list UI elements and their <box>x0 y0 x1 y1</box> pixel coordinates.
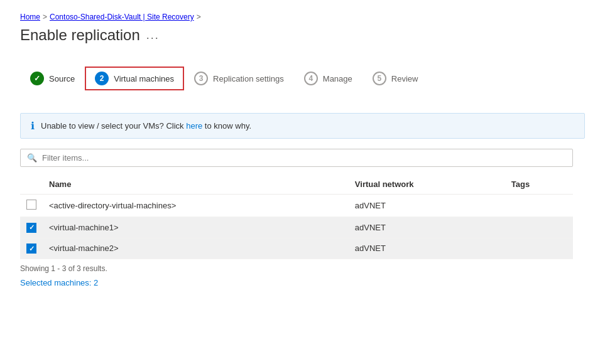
step-replication-circle: 3 <box>194 72 208 85</box>
row-tags <box>505 217 573 238</box>
table-row: <active-directory-virtual-machines>adVNE… <box>20 195 573 217</box>
step-review-circle: 5 <box>373 72 386 85</box>
row-virtual-network: adVNET <box>349 195 505 217</box>
row-vm-name: <active-directory-virtual-machines> <box>43 195 349 217</box>
row-checkbox-cell <box>20 195 43 217</box>
search-icon: 🔍 <box>27 153 37 163</box>
row-checkbox[interactable] <box>26 244 36 254</box>
step-manage[interactable]: 4 Manage <box>294 67 362 90</box>
step-source[interactable]: ✓ Source <box>20 67 85 90</box>
col-tags-header: Tags <box>505 174 573 195</box>
breadcrumb-sep1: > <box>43 13 47 21</box>
breadcrumb-sep2: > <box>197 13 201 21</box>
step-vm-circle: 2 <box>95 72 109 85</box>
table-header-row: Name Virtual network Tags <box>20 174 573 195</box>
row-virtual-network: adVNET <box>349 217 505 238</box>
row-tags <box>505 238 573 259</box>
info-text-after: to know why. <box>202 121 251 131</box>
breadcrumb-vault[interactable]: Contoso-Shared-Disk-Vault | Site Recover… <box>50 13 194 21</box>
filter-input[interactable] <box>42 153 566 163</box>
col-name-header: Name <box>43 174 349 195</box>
step-source-circle: ✓ <box>30 72 44 85</box>
step-replication-label: Replication settings <box>213 74 284 83</box>
row-checkbox[interactable] <box>26 200 36 210</box>
row-tags <box>505 195 573 217</box>
page-title: Enable replication <box>20 26 140 44</box>
step-source-label: Source <box>49 74 75 83</box>
vm-table: Name Virtual network Tags <active-direct… <box>20 174 573 259</box>
step-review-label: Review <box>391 74 418 83</box>
selected-label: Selected machines: <box>20 278 94 287</box>
info-text: Unable to view / select your VMs? Click … <box>41 121 251 131</box>
step-vm-label: Virtual machines <box>114 74 174 83</box>
row-vm-name: <virtual-machine1> <box>43 217 349 238</box>
selected-machines-info: Selected machines: 2 <box>20 278 585 287</box>
table-row: <virtual-machine1>adVNET <box>20 217 573 238</box>
step-manage-label: Manage <box>323 74 352 83</box>
filter-bar: 🔍 <box>20 149 573 167</box>
step-manage-circle: 4 <box>304 72 318 85</box>
breadcrumb: Home > Contoso-Shared-Disk-Vault | Site … <box>20 13 585 21</box>
col-checkbox-header <box>20 174 43 195</box>
ellipsis-menu-button[interactable]: ... <box>146 29 160 42</box>
row-vm-name: <virtual-machine2> <box>43 238 349 259</box>
row-checkbox[interactable] <box>26 223 36 233</box>
page-title-container: Enable replication ... <box>20 26 585 44</box>
table-row: <virtual-machine2>adVNET <box>20 238 573 259</box>
breadcrumb-home[interactable]: Home <box>20 13 40 21</box>
info-link[interactable]: here <box>186 121 202 131</box>
step-review[interactable]: 5 Review <box>362 67 428 90</box>
showing-text: Showing 1 - 3 of 3 results. <box>20 264 585 273</box>
info-icon: ℹ <box>31 120 35 132</box>
row-virtual-network: adVNET <box>349 238 505 259</box>
info-banner: ℹ Unable to view / select your VMs? Clic… <box>20 113 585 139</box>
selected-count-value: 2 <box>94 278 98 287</box>
col-network-header: Virtual network <box>349 174 505 195</box>
wizard-steps: ✓ Source 2 Virtual machines 3 Replicatio… <box>20 59 585 98</box>
row-checkbox-cell <box>20 238 43 259</box>
step-virtual-machines[interactable]: 2 Virtual machines <box>85 67 184 90</box>
row-checkbox-cell <box>20 217 43 238</box>
step-replication-settings[interactable]: 3 Replication settings <box>184 67 294 90</box>
info-text-before: Unable to view / select your VMs? Click <box>41 121 186 131</box>
